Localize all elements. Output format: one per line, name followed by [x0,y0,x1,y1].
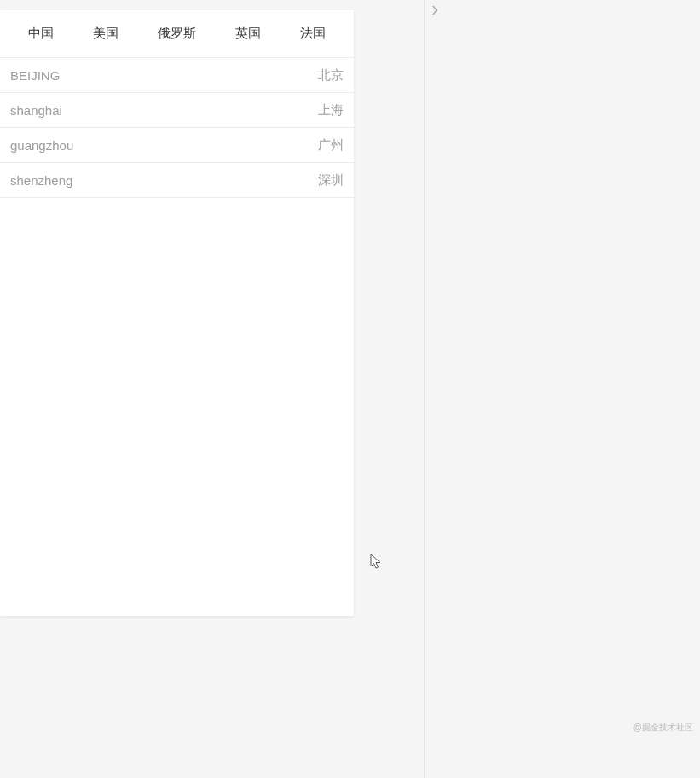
list-item[interactable]: guangzhou 广州 [0,128,354,163]
country-tabs: 中国 美国 俄罗斯 英国 法国 [0,10,354,58]
city-en-label: shanghai [10,103,62,118]
watermark: @掘金技术社区 [633,722,693,734]
city-en-label: guangzhou [10,138,73,153]
city-cn-label: 深圳 [318,172,344,189]
list-item[interactable]: shenzheng 深圳 [0,163,354,198]
tab-uk[interactable]: 英国 [229,26,268,42]
tab-china[interactable]: 中国 [21,26,61,42]
tab-france[interactable]: 法国 [293,26,333,42]
city-en-label: BEIJING [10,68,60,83]
list-item[interactable]: shanghai 上海 [0,93,354,128]
city-en-label: shenzheng [10,173,72,188]
tab-usa[interactable]: 美国 [86,26,125,42]
city-cn-label: 上海 [318,102,344,119]
left-panel: 中国 美国 俄罗斯 英国 法国 BEIJING 北京 shanghai 上海 g… [0,10,354,616]
cursor-icon [370,554,382,571]
chevron-right-icon[interactable] [429,4,441,16]
city-cn-label: 北京 [318,67,344,84]
city-cn-label: 广州 [318,137,344,154]
tab-russia[interactable]: 俄罗斯 [151,26,203,42]
vertical-divider [424,0,425,778]
list-item[interactable]: BEIJING 北京 [0,58,354,93]
city-list: BEIJING 北京 shanghai 上海 guangzhou 广州 shen… [0,58,354,198]
